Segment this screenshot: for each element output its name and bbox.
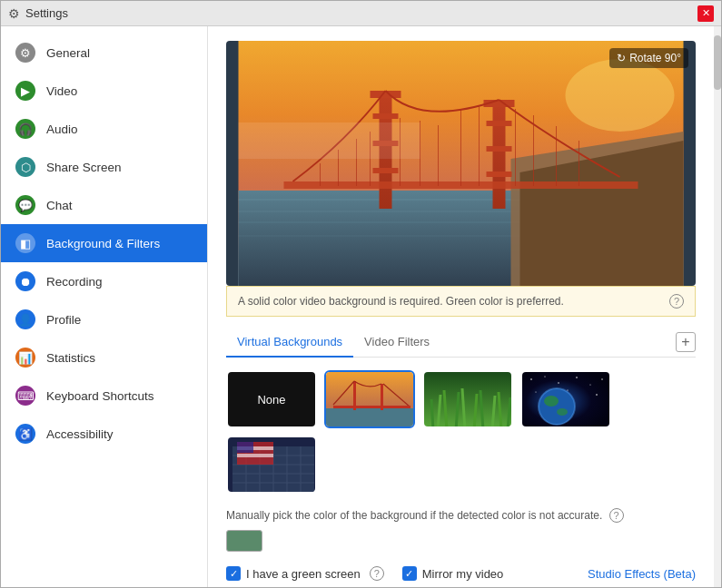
tab-video-filters-label: Video Filters	[364, 335, 430, 348]
chat-icon: 💬	[15, 195, 35, 215]
scrollbar-thumb[interactable]	[714, 35, 721, 90]
color-picker-label: Manually pick the color of the backgroun…	[226, 508, 696, 523]
sidebar-label-keyboard: Keyboard Shortcuts	[46, 389, 154, 403]
svg-rect-13	[373, 168, 399, 173]
profile-icon: 👤	[15, 309, 35, 329]
svg-point-54	[576, 377, 578, 378]
color-picker-area	[226, 530, 696, 552]
svg-point-62	[557, 408, 568, 416]
mirror-label: Mirror my video	[422, 567, 504, 581]
sidebar-label-profile: Profile	[46, 313, 81, 327]
sidebar-item-keyboard[interactable]: ⌨ Keyboard Shortcuts	[1, 377, 207, 415]
background-icon: ◧	[15, 233, 35, 253]
svg-point-59	[596, 394, 598, 396]
scrollbar[interactable]	[714, 26, 721, 587]
svg-rect-11	[373, 113, 399, 119]
color-help-icon[interactable]: ?	[609, 508, 624, 523]
svg-rect-14	[493, 100, 506, 209]
sidebar-label-general: General	[46, 46, 90, 60]
rotate-label: Rotate 90°	[629, 52, 681, 64]
color-swatch[interactable]	[226, 530, 262, 552]
main-content: ⚙ General ▶ Video 🎧 Audio ⬡ Share Screen…	[1, 26, 721, 587]
bottom-row: ✓ I have a green screen ? ✓ Mirror my vi…	[226, 566, 696, 581]
tab-virtual-backgrounds-label: Virtual Backgrounds	[237, 335, 342, 348]
bg-item-flag[interactable]	[226, 436, 317, 494]
green-screen-checkbox-row: ✓ I have a green screen ?	[226, 566, 384, 581]
sidebar-item-general[interactable]: ⚙ General	[1, 34, 207, 72]
accessibility-icon: ♿	[15, 424, 35, 444]
svg-point-51	[530, 378, 532, 380]
keyboard-icon: ⌨	[15, 386, 35, 406]
sidebar-item-audio[interactable]: 🎧 Audio	[1, 110, 207, 148]
svg-point-58	[567, 389, 568, 390]
tab-bar: Virtual Backgrounds Video Filters +	[226, 328, 696, 358]
bg-item-bridge[interactable]	[324, 370, 415, 428]
svg-rect-18	[487, 172, 512, 177]
green-screen-label: I have a green screen	[246, 567, 361, 581]
svg-rect-77	[237, 454, 273, 457]
notice-bar: A solid color video background is requir…	[226, 286, 696, 317]
studio-effects-link[interactable]: Studio Effects (Beta)	[588, 567, 696, 581]
notice-help-icon[interactable]: ?	[669, 294, 684, 309]
bg-item-space[interactable]	[520, 370, 611, 428]
svg-rect-17	[487, 146, 512, 152]
sidebar: ⚙ General ▶ Video 🎧 Audio ⬡ Share Screen…	[1, 26, 208, 587]
green-screen-help-icon[interactable]: ?	[370, 566, 384, 581]
sidebar-label-video: Video	[46, 84, 77, 98]
svg-point-57	[536, 392, 537, 393]
gear-icon: ⚙	[15, 43, 35, 63]
share-screen-icon: ⬡	[15, 157, 35, 177]
svg-point-55	[590, 385, 591, 386]
svg-rect-35	[326, 408, 415, 428]
sidebar-label-statistics: Statistics	[46, 351, 95, 365]
svg-point-52	[544, 376, 545, 377]
svg-line-40	[431, 399, 433, 428]
svg-point-56	[601, 378, 602, 379]
statistics-icon: 📊	[15, 348, 35, 368]
sidebar-label-accessibility: Accessibility	[46, 427, 114, 441]
sidebar-item-statistics[interactable]: 📊 Statistics	[1, 338, 207, 377]
sidebar-item-recording[interactable]: ⏺ Recording	[1, 262, 207, 300]
background-grid: None	[226, 370, 696, 494]
sidebar-item-profile[interactable]: 👤 Profile	[1, 300, 207, 338]
sidebar-label-chat: Chat	[46, 199, 73, 212]
tab-video-filters[interactable]: Video Filters	[353, 328, 440, 358]
rotate-icon: ↻	[617, 52, 626, 64]
settings-window: ⚙ Settings ✕ ⚙ General ▶ Video 🎧 Audio ⬡…	[0, 0, 722, 588]
rotate-button[interactable]: ↻ Rotate 90°	[609, 48, 688, 68]
main-panel: ↻ Rotate 90° A solid color video backgro…	[208, 26, 714, 587]
bg-none-label: None	[257, 393, 285, 407]
close-button[interactable]: ✕	[697, 5, 714, 22]
bg-item-grass[interactable]	[422, 370, 513, 428]
sidebar-label-background: Background & Filters	[46, 237, 160, 250]
sidebar-label-share: Share Screen	[46, 161, 122, 174]
title-bar-left: ⚙ Settings	[8, 6, 68, 21]
audio-icon: 🎧	[15, 119, 35, 139]
settings-icon: ⚙	[8, 6, 20, 21]
sidebar-label-audio: Audio	[46, 122, 78, 136]
sidebar-item-background[interactable]: ◧ Background & Filters	[1, 224, 207, 262]
notice-text: A solid color video background is requir…	[238, 295, 564, 308]
svg-rect-78	[237, 442, 253, 453]
sidebar-item-share-screen[interactable]: ⬡ Share Screen	[1, 148, 207, 186]
video-icon: ▶	[15, 81, 35, 101]
recording-icon: ⏺	[15, 271, 35, 291]
bg-item-none[interactable]: None	[226, 370, 317, 428]
svg-rect-16	[487, 121, 512, 126]
mirror-checkbox[interactable]: ✓	[402, 566, 417, 581]
svg-point-1	[566, 59, 675, 132]
sidebar-item-chat[interactable]: 💬 Chat	[1, 186, 207, 224]
green-screen-checkbox[interactable]: ✓	[226, 566, 241, 581]
sidebar-item-video[interactable]: ▶ Video	[1, 72, 207, 110]
color-picker-text: Manually pick the color of the backgroun…	[226, 509, 602, 522]
mirror-checkbox-row: ✓ Mirror my video	[402, 566, 504, 581]
svg-rect-38	[333, 406, 410, 408]
sidebar-label-recording: Recording	[46, 275, 103, 289]
video-preview: ↻ Rotate 90°	[226, 41, 696, 286]
svg-point-61	[544, 396, 559, 407]
add-background-button[interactable]: +	[676, 332, 696, 352]
tab-virtual-backgrounds[interactable]: Virtual Backgrounds	[226, 328, 353, 358]
svg-rect-33	[239, 122, 420, 159]
sidebar-item-accessibility[interactable]: ♿ Accessibility	[1, 415, 207, 453]
window-title: Settings	[25, 6, 68, 20]
